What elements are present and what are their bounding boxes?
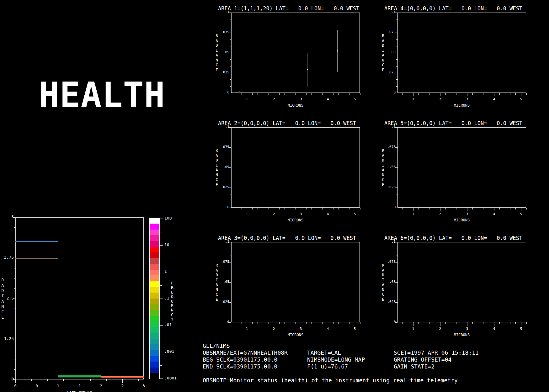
colorbar-segment <box>150 327 159 333</box>
data-spike-dot <box>337 50 338 51</box>
y-axis-label-letter: A <box>1 299 5 304</box>
y-tick-label: .075 <box>217 145 229 149</box>
x-minor-tick <box>285 93 285 95</box>
y-minor-tick <box>396 79 397 80</box>
y-minor-tick <box>396 201 397 201</box>
x-minor-tick <box>285 208 285 209</box>
band-data-segment <box>15 241 58 242</box>
x-minor-tick <box>510 93 510 95</box>
y-axis-label-letter: R <box>381 34 385 38</box>
x-tick <box>467 322 467 326</box>
x-tick <box>521 322 521 326</box>
x-minor-tick <box>236 208 236 209</box>
y-axis-label-letter: D <box>215 273 219 278</box>
y-minor-tick <box>14 278 15 278</box>
y-tick-label: .1 <box>217 240 229 244</box>
x-minor-tick <box>478 322 478 324</box>
y-minor-tick <box>396 86 397 87</box>
x-tick <box>301 208 301 211</box>
x-minor-tick <box>489 208 489 209</box>
y-minor-tick <box>230 26 231 26</box>
y-minor-tick <box>14 359 15 359</box>
x-minor-tick <box>472 93 473 95</box>
x-axis-label: MICRONS <box>281 333 310 337</box>
x-tick-label: 3 <box>465 212 470 216</box>
x-minor-tick <box>349 208 349 209</box>
x-tick <box>247 208 247 211</box>
x-minor-tick <box>252 208 253 209</box>
y-axis-label-letter: R <box>215 263 219 268</box>
data-spike-dot <box>307 69 308 70</box>
y-minor-tick <box>14 319 15 319</box>
y-tick-label: .1 <box>383 125 396 129</box>
y-tick-label: .075 <box>217 260 229 264</box>
colorbar-minor-tick <box>160 232 162 232</box>
y-axis-label-letter: A <box>381 53 385 58</box>
x-tick-label: 5 <box>352 212 357 216</box>
x-minor-tick <box>338 208 339 209</box>
nims-health-monitor-screen: HEALTH GLL/NIMS OBSNAME/EXT=G7NNHEALTH08… <box>0 0 549 392</box>
colorbar-tick-label: .001 <box>164 349 183 354</box>
colorbar-tick <box>160 219 163 219</box>
y-tick-label: 0 <box>217 205 229 209</box>
x-minor-tick <box>408 208 408 209</box>
colorbar-label-letter: Y <box>170 317 174 322</box>
y-minor-tick <box>14 369 15 370</box>
x-minor-tick <box>435 322 435 324</box>
obsnote-field: OBSNOTE=Monitor status (health) of the i… <box>203 377 458 384</box>
x-minor-tick <box>338 322 339 324</box>
x-minor-tick <box>505 322 505 324</box>
y-axis-label-letter: A <box>381 39 385 43</box>
x-minor-tick <box>90 379 91 381</box>
colorbar-segment <box>150 275 159 281</box>
x-minor-tick <box>505 208 505 209</box>
y-axis-label-letter: A <box>215 39 219 43</box>
y-axis-label-letter: A <box>215 283 219 287</box>
y-tick-label: .075 <box>383 260 396 264</box>
y-axis-label-letter: E <box>381 68 385 72</box>
x-minor-tick <box>429 208 429 209</box>
x-tick-label: 4 <box>325 98 330 102</box>
x-minor-tick <box>258 93 258 95</box>
y-tick-label: .1 <box>217 125 229 129</box>
y-tick-label: .05 <box>383 50 396 55</box>
grating-offset-field: GRATING OFFSET=04 <box>394 357 451 363</box>
x-minor-tick <box>317 322 317 324</box>
band-data-segment <box>58 378 144 378</box>
colorbar-segment <box>150 299 159 304</box>
x-minor-tick <box>85 379 85 381</box>
x-minor-tick <box>451 208 451 209</box>
colorbar-segment <box>150 270 159 275</box>
colorbar-segment <box>150 281 159 287</box>
colorbar-tick <box>160 325 163 326</box>
colorbar-label-letter: Q <box>170 294 174 299</box>
y-tick-label: 0 <box>383 205 396 209</box>
x-tick-label: 4 <box>492 212 497 216</box>
x-minor-tick <box>456 322 456 324</box>
x-minor-tick <box>472 322 473 324</box>
y-axis-label-letter: D <box>381 158 385 163</box>
x-axis-label: MICRONS <box>448 103 476 108</box>
y-axis-label-letter: N <box>381 173 385 177</box>
x-tick-label: 1 <box>56 384 61 389</box>
colorbar-segment <box>150 264 159 270</box>
x-tick-label: 3 <box>298 327 303 331</box>
plot-frame <box>231 242 360 322</box>
y-minor-tick <box>230 19 231 19</box>
colorbar-segment <box>150 316 159 321</box>
y-minor-tick <box>396 256 397 256</box>
x-minor-tick <box>63 379 64 381</box>
colorbar-segment <box>150 230 159 235</box>
y-minor-tick <box>230 134 231 134</box>
x-minor-tick <box>402 208 402 209</box>
y-tick-label: .1 <box>383 10 396 14</box>
x-minor-tick <box>445 208 446 209</box>
y-minor-tick <box>396 194 397 194</box>
x-tick-label: 2 <box>271 327 276 331</box>
y-axis-label-letter: N <box>215 58 219 63</box>
x-tick <box>144 379 144 383</box>
x-minor-tick <box>349 93 349 95</box>
scet-field: SCET=1997 APR 06 15:18:11 <box>394 350 479 356</box>
x-minor-tick <box>435 93 435 95</box>
y-minor-tick <box>230 86 231 87</box>
